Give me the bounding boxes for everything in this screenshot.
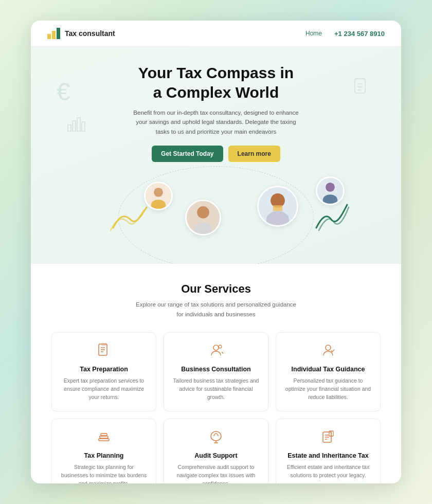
avatar-4 [316, 176, 345, 205]
svg-rect-21 [273, 205, 283, 211]
service-card-business-consultation: Business Consultation Tailored business … [164, 332, 268, 411]
euro-bg-icon: € [57, 78, 70, 106]
get-started-button[interactable]: Get Started Today [152, 146, 223, 162]
nav-phone: +1 234 567 8910 [334, 30, 385, 38]
hero-visual [31, 171, 401, 254]
hero-section: € Your Tax Compass in a Complex World Be… [31, 47, 401, 264]
service-desc-1: Expert tax preparation services to ensur… [60, 376, 148, 402]
svg-rect-0 [47, 34, 51, 39]
service-title-1: Tax Preparation [60, 366, 148, 373]
logo-icon [47, 28, 61, 39]
doc-bg-icon [352, 78, 370, 101]
svg-rect-3 [57, 28, 60, 32]
squiggle-left-icon [108, 202, 149, 233]
service-desc-6: Efficient estate and inheritance tax sol… [284, 463, 372, 480]
logo-text: Tax consultant [65, 29, 115, 38]
svg-rect-7 [82, 122, 85, 131]
service-title-2: Business Consultation [172, 366, 260, 373]
content-scroll[interactable]: Our Services Explore our range of tax so… [31, 264, 401, 483]
estate-tax-icon [284, 429, 372, 447]
svg-rect-4 [68, 125, 71, 131]
logo: Tax consultant [47, 28, 115, 39]
svg-rect-29 [102, 343, 106, 346]
svg-point-13 [154, 188, 163, 197]
service-card-tax-planning: Tax Planning Strategic tax planning for … [51, 419, 156, 483]
svg-rect-5 [73, 121, 76, 131]
services-grid: Tax Preparation Expert tax preparation s… [51, 332, 381, 483]
nav-right: Home +1 234 567 8910 [305, 30, 385, 38]
service-title-5: Audit Support [172, 452, 260, 459]
service-card-audit-support: Audit Support Comprehensive audit suppor… [164, 419, 268, 483]
svg-point-32 [326, 345, 331, 350]
service-title-6: Estate and Inheritance Tax [284, 452, 372, 459]
svg-point-31 [219, 345, 222, 348]
avatar-3 [257, 186, 298, 227]
svg-rect-34 [100, 436, 108, 438]
services-subtitle: Explore our range of tax solutions and p… [134, 300, 298, 319]
svg-rect-8 [355, 79, 365, 93]
individual-tax-guidance-icon [284, 343, 372, 361]
audit-support-icon [172, 429, 260, 447]
business-consultation-icon [172, 343, 260, 361]
hero-title: Your Tax Compass in a Complex World [51, 63, 381, 102]
learn-more-button[interactable]: Learn more [228, 146, 280, 162]
avatar-1 [144, 182, 173, 210]
svg-rect-35 [101, 434, 107, 436]
service-desc-5: Comprehensive audit support to navigate … [172, 463, 260, 483]
tax-preparation-icon [60, 343, 148, 361]
service-card-individual-guidance: Individual Tax Guidance Personalized tax… [276, 332, 381, 411]
service-desc-2: Tailored business tax strategies and adv… [172, 376, 260, 402]
svg-point-16 [197, 206, 209, 219]
hero-buttons: Get Started Today Learn more [51, 146, 381, 162]
svg-rect-33 [99, 439, 109, 441]
tax-planning-icon [60, 429, 148, 447]
avatar-2 [185, 200, 221, 236]
service-desc-4: Strategic tax planning for businesses to… [60, 463, 148, 483]
service-desc-3: Personalized tax guidance to optimize yo… [284, 376, 372, 402]
service-title-4: Tax Planning [60, 452, 148, 459]
svg-rect-1 [52, 31, 56, 39]
nav-home-link[interactable]: Home [305, 30, 322, 37]
services-title: Our Services [51, 282, 381, 296]
navbar: Tax consultant Home +1 234 567 8910 [31, 21, 401, 47]
service-card-estate-tax: Estate and Inheritance Tax Efficient est… [276, 419, 381, 483]
svg-point-23 [326, 183, 335, 192]
service-title-3: Individual Tax Guidance [284, 366, 372, 373]
service-card-tax-preparation: Tax Preparation Expert tax preparation s… [51, 332, 156, 411]
chart-bg-icon [67, 114, 85, 137]
svg-point-30 [213, 345, 219, 350]
svg-rect-6 [77, 118, 80, 131]
services-section: Our Services Explore our range of tax so… [31, 264, 401, 483]
hero-subtitle: Benefit from our in-depth tax consultanc… [129, 108, 303, 136]
